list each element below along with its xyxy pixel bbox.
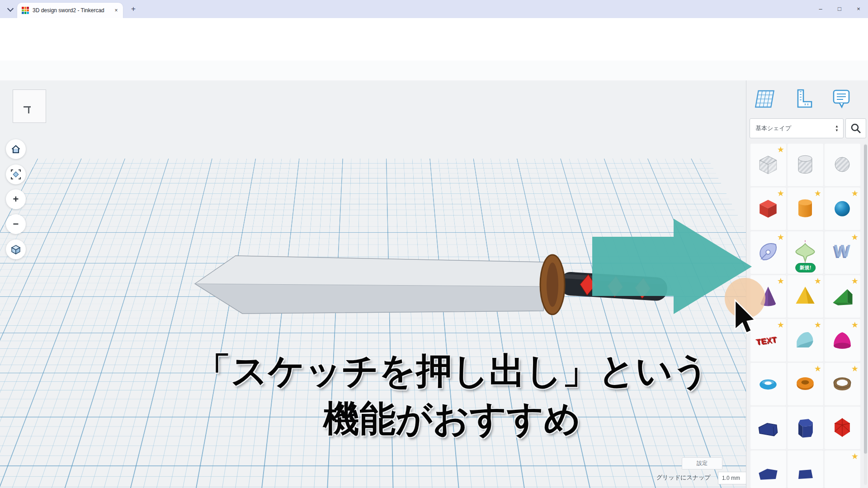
- ruler-icon: [792, 87, 815, 111]
- shape-box[interactable]: ★: [750, 188, 786, 230]
- shape-torus[interactable]: [750, 363, 786, 405]
- scrollbar-thumb[interactable]: [864, 145, 867, 454]
- shape-partial-2[interactable]: [788, 450, 823, 488]
- shape-category-label: 基本シェイプ: [755, 119, 791, 138]
- shape-hex-prism[interactable]: [788, 407, 823, 449]
- shape-partial-3[interactable]: ★: [825, 450, 860, 488]
- snap-grid-label: グリッドにスナップ: [656, 472, 711, 483]
- window-minimize-button[interactable]: –: [811, 0, 830, 18]
- shape-pyramid[interactable]: ★: [788, 275, 823, 318]
- shape-revolve[interactable]: 新規!: [788, 231, 823, 274]
- shape-polygon[interactable]: [750, 407, 786, 449]
- browser-tab-bar: 3D design sword2 - Tinkercad × + – □ ×: [0, 0, 868, 18]
- notes-icon: [830, 87, 853, 111]
- shape-ring[interactable]: ★: [825, 363, 860, 405]
- snap-grid-value: 1.0 mm: [718, 475, 740, 481]
- video-subtitle: 「スケッチを押し出し」という 機能がおすすめ: [158, 347, 746, 443]
- favorite-star-icon[interactable]: ★: [851, 451, 859, 461]
- browser-url-bar: ← → tinkercad.com/things/kvPJgADgWf3-swo…: [0, 18, 868, 36]
- panel-scrollbar[interactable]: [864, 144, 867, 485]
- shape-cylinder[interactable]: ★: [788, 188, 823, 230]
- favorite-star-icon[interactable]: ★: [851, 188, 859, 198]
- favorite-star-icon[interactable]: ★: [814, 364, 821, 374]
- shape-paraboloid[interactable]: ★: [825, 319, 860, 361]
- favorite-star-icon[interactable]: ★: [851, 232, 859, 242]
- shape-search-button[interactable]: [845, 118, 866, 138]
- favorite-star-icon[interactable]: ★: [851, 364, 859, 374]
- snap-grid-select[interactable]: 1.0 mm ▴: [718, 472, 746, 484]
- favorite-star-icon[interactable]: ★: [814, 276, 821, 286]
- notes-drag-tool[interactable]: [828, 85, 855, 113]
- favorite-star-icon[interactable]: ★: [851, 320, 859, 330]
- tinkercad-header: T I N K E R C A D ☰ sword2 KIDS PRO: [0, 35, 868, 61]
- shape-tube[interactable]: ★: [788, 363, 823, 405]
- favorite-star-icon[interactable]: ★: [777, 276, 784, 286]
- canvas-settings-button[interactable]: 設定: [682, 457, 722, 469]
- workplane-drag-tool[interactable]: [751, 85, 778, 113]
- shape-cone[interactable]: ★: [750, 275, 786, 318]
- shape-wedge[interactable]: ★: [825, 275, 860, 318]
- favorite-star-icon[interactable]: ★: [814, 320, 821, 330]
- action-toolbar: ▾ インポート エクスポート 送信先: [0, 61, 868, 81]
- window-maximize-button[interactable]: □: [830, 0, 849, 18]
- viewport-3d-canvas[interactable]: + − 「スケッチを押し出し」という 機能がおすすめ 設定 グリッドにスナップ …: [0, 80, 746, 488]
- tab-title: 3D design sword2 - Tinkercad: [33, 3, 110, 18]
- search-icon: [850, 122, 862, 134]
- svg-text:W: W: [834, 241, 850, 260]
- subtitle-line-1: 「スケッチを押し出し」という: [158, 347, 746, 395]
- shapes-panel: 基本シェイプ ▲▼ ★ ★ ★ ★ ★ 新規! WW ★ ★: [746, 80, 868, 488]
- tab-search-chevron-icon[interactable]: [5, 5, 15, 14]
- shape-category-select[interactable]: 基本シェイプ ▲▼: [750, 118, 844, 138]
- shape-box-hole[interactable]: ★: [750, 144, 786, 186]
- browser-tab[interactable]: 3D design sword2 - Tinkercad ×: [17, 3, 123, 18]
- tab-close-icon[interactable]: ×: [113, 7, 120, 14]
- shape-text[interactable]: TEXTTEXT ★: [750, 319, 786, 361]
- window-close-button[interactable]: ×: [849, 0, 868, 18]
- shape-partial-1[interactable]: [750, 450, 786, 488]
- shape-icosahedron[interactable]: [825, 407, 860, 449]
- favorite-star-icon[interactable]: ★: [777, 145, 784, 155]
- favorite-star-icon[interactable]: ★: [777, 188, 784, 198]
- shape-scribble[interactable]: WW ★: [825, 231, 860, 274]
- tinkercad-favicon-icon: [22, 7, 29, 14]
- favorite-star-icon[interactable]: ★: [777, 320, 784, 330]
- favorite-star-icon[interactable]: ★: [777, 232, 784, 242]
- subtitle-line-2: 機能がおすすめ: [158, 395, 746, 443]
- workplane-icon: [753, 87, 776, 111]
- select-caret-icon: ▲▼: [835, 124, 839, 132]
- new-tab-button[interactable]: +: [128, 4, 139, 14]
- shape-sphere[interactable]: ★: [825, 188, 860, 230]
- favorite-star-icon[interactable]: ★: [851, 276, 859, 286]
- shape-half-cylinder[interactable]: ★: [788, 319, 823, 361]
- favorite-star-icon[interactable]: ★: [814, 188, 821, 198]
- ruler-drag-tool[interactable]: [790, 85, 817, 113]
- new-badge: 新規!: [795, 263, 816, 272]
- shape-sphere-hole[interactable]: [825, 144, 860, 186]
- shape-cylinder-hole[interactable]: [788, 144, 823, 186]
- shape-sketch-extrude[interactable]: ★: [750, 231, 786, 274]
